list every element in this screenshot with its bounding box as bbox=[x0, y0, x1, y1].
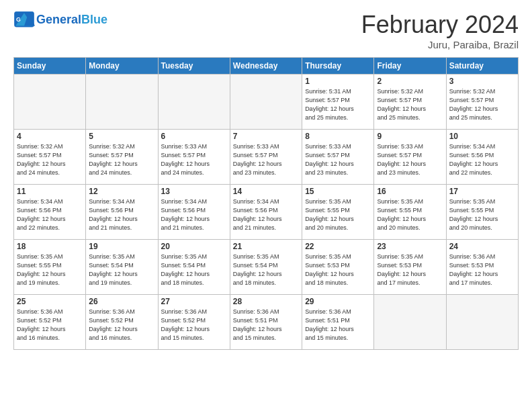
day-info: Sunrise: 5:34 AM Sunset: 5:56 PM Dayligh… bbox=[89, 197, 154, 232]
day-cell: 18Sunrise: 5:35 AM Sunset: 5:55 PM Dayli… bbox=[14, 240, 86, 295]
day-cell: 6Sunrise: 5:33 AM Sunset: 5:57 PM Daylig… bbox=[158, 130, 230, 185]
day-number: 16 bbox=[377, 187, 443, 196]
day-cell: 23Sunrise: 5:35 AM Sunset: 5:53 PM Dayli… bbox=[374, 240, 446, 295]
day-number: 19 bbox=[89, 242, 154, 251]
header: G GeneralBlue February 2024 Juru, Paraib… bbox=[13, 11, 519, 50]
day-info: Sunrise: 5:32 AM Sunset: 5:57 PM Dayligh… bbox=[89, 142, 154, 177]
day-cell: 10Sunrise: 5:34 AM Sunset: 5:56 PM Dayli… bbox=[446, 130, 518, 185]
day-info: Sunrise: 5:35 AM Sunset: 5:55 PM Dayligh… bbox=[377, 197, 443, 232]
day-number: 14 bbox=[233, 187, 299, 196]
day-number: 18 bbox=[17, 242, 83, 251]
day-info: Sunrise: 5:34 AM Sunset: 5:56 PM Dayligh… bbox=[449, 142, 515, 177]
svg-text:G: G bbox=[16, 16, 21, 23]
day-number: 3 bbox=[449, 77, 515, 86]
day-info: Sunrise: 5:36 AM Sunset: 5:52 PM Dayligh… bbox=[89, 308, 154, 342]
day-header-monday: Monday bbox=[86, 58, 158, 75]
day-cell bbox=[158, 75, 230, 130]
day-info: Sunrise: 5:32 AM Sunset: 5:57 PM Dayligh… bbox=[17, 142, 83, 177]
day-cell: 15Sunrise: 5:35 AM Sunset: 5:55 PM Dayli… bbox=[302, 185, 374, 240]
day-number: 4 bbox=[17, 132, 83, 141]
logo-general: General bbox=[36, 13, 81, 26]
title-block: February 2024 Juru, Paraiba, Brazil bbox=[361, 11, 519, 50]
day-info: Sunrise: 5:35 AM Sunset: 5:53 PM Dayligh… bbox=[305, 253, 371, 287]
month-title: February 2024 bbox=[361, 11, 519, 39]
day-info: Sunrise: 5:35 AM Sunset: 5:54 PM Dayligh… bbox=[161, 253, 227, 287]
day-info: Sunrise: 5:35 AM Sunset: 5:54 PM Dayligh… bbox=[89, 253, 154, 287]
day-cell: 17Sunrise: 5:35 AM Sunset: 5:55 PM Dayli… bbox=[446, 185, 518, 240]
day-cell bbox=[14, 75, 86, 130]
day-cell: 8Sunrise: 5:33 AM Sunset: 5:57 PM Daylig… bbox=[302, 130, 374, 185]
day-cell bbox=[230, 75, 302, 130]
day-number: 8 bbox=[305, 132, 371, 141]
day-number: 13 bbox=[161, 187, 227, 196]
day-cell: 12Sunrise: 5:34 AM Sunset: 5:56 PM Dayli… bbox=[86, 185, 158, 240]
day-info: Sunrise: 5:33 AM Sunset: 5:57 PM Dayligh… bbox=[233, 142, 299, 177]
day-number: 20 bbox=[161, 242, 227, 251]
day-cell: 25Sunrise: 5:36 AM Sunset: 5:52 PM Dayli… bbox=[14, 295, 86, 350]
day-cell: 20Sunrise: 5:35 AM Sunset: 5:54 PM Dayli… bbox=[158, 240, 230, 295]
logo: G GeneralBlue bbox=[13, 11, 107, 30]
day-cell: 26Sunrise: 5:36 AM Sunset: 5:52 PM Dayli… bbox=[86, 295, 158, 350]
day-info: Sunrise: 5:35 AM Sunset: 5:55 PM Dayligh… bbox=[17, 253, 83, 287]
day-cell: 24Sunrise: 5:36 AM Sunset: 5:53 PM Dayli… bbox=[446, 240, 518, 295]
day-info: Sunrise: 5:34 AM Sunset: 5:56 PM Dayligh… bbox=[233, 197, 299, 232]
day-info: Sunrise: 5:36 AM Sunset: 5:53 PM Dayligh… bbox=[449, 253, 515, 287]
day-number: 2 bbox=[377, 77, 443, 86]
week-row-5: 25Sunrise: 5:36 AM Sunset: 5:52 PM Dayli… bbox=[14, 295, 519, 350]
day-number: 23 bbox=[377, 242, 443, 251]
day-cell: 7Sunrise: 5:33 AM Sunset: 5:57 PM Daylig… bbox=[230, 130, 302, 185]
day-cell bbox=[374, 295, 446, 350]
day-info: Sunrise: 5:33 AM Sunset: 5:57 PM Dayligh… bbox=[377, 142, 443, 177]
day-number: 28 bbox=[233, 297, 299, 306]
day-cell: 11Sunrise: 5:34 AM Sunset: 5:56 PM Dayli… bbox=[14, 185, 86, 240]
day-cell: 21Sunrise: 5:35 AM Sunset: 5:54 PM Dayli… bbox=[230, 240, 302, 295]
day-cell: 1Sunrise: 5:31 AM Sunset: 5:57 PM Daylig… bbox=[302, 75, 374, 130]
day-cell: 3Sunrise: 5:32 AM Sunset: 5:57 PM Daylig… bbox=[446, 75, 518, 130]
day-cell: 14Sunrise: 5:34 AM Sunset: 5:56 PM Dayli… bbox=[230, 185, 302, 240]
day-number: 26 bbox=[89, 297, 154, 306]
day-info: Sunrise: 5:36 AM Sunset: 5:52 PM Dayligh… bbox=[17, 308, 83, 342]
day-info: Sunrise: 5:34 AM Sunset: 5:56 PM Dayligh… bbox=[17, 197, 83, 232]
day-number: 11 bbox=[17, 187, 83, 196]
day-number: 29 bbox=[305, 297, 371, 306]
logo-blue: Blue bbox=[81, 13, 107, 26]
day-number: 24 bbox=[449, 242, 515, 251]
day-number: 21 bbox=[233, 242, 299, 251]
day-info: Sunrise: 5:35 AM Sunset: 5:55 PM Dayligh… bbox=[449, 197, 515, 232]
calendar: SundayMondayTuesdayWednesdayThursdayFrid… bbox=[13, 57, 519, 350]
day-number: 22 bbox=[305, 242, 371, 251]
day-info: Sunrise: 5:36 AM Sunset: 5:51 PM Dayligh… bbox=[233, 308, 299, 342]
day-info: Sunrise: 5:32 AM Sunset: 5:57 PM Dayligh… bbox=[449, 87, 515, 122]
day-info: Sunrise: 5:33 AM Sunset: 5:57 PM Dayligh… bbox=[305, 142, 371, 177]
location: Juru, Paraiba, Brazil bbox=[361, 39, 519, 50]
day-cell: 2Sunrise: 5:32 AM Sunset: 5:57 PM Daylig… bbox=[374, 75, 446, 130]
week-row-1: 1Sunrise: 5:31 AM Sunset: 5:57 PM Daylig… bbox=[14, 75, 519, 130]
day-number: 5 bbox=[89, 132, 154, 141]
day-cell: 27Sunrise: 5:36 AM Sunset: 5:52 PM Dayli… bbox=[158, 295, 230, 350]
day-number: 25 bbox=[17, 297, 83, 306]
day-number: 9 bbox=[377, 132, 443, 141]
day-number: 6 bbox=[161, 132, 227, 141]
week-row-3: 11Sunrise: 5:34 AM Sunset: 5:56 PM Dayli… bbox=[14, 185, 519, 240]
day-header-tuesday: Tuesday bbox=[158, 58, 230, 75]
day-cell: 5Sunrise: 5:32 AM Sunset: 5:57 PM Daylig… bbox=[86, 130, 158, 185]
day-info: Sunrise: 5:33 AM Sunset: 5:57 PM Dayligh… bbox=[161, 142, 227, 177]
day-header-thursday: Thursday bbox=[302, 58, 374, 75]
day-cell bbox=[86, 75, 158, 130]
day-info: Sunrise: 5:35 AM Sunset: 5:55 PM Dayligh… bbox=[305, 197, 371, 232]
day-info: Sunrise: 5:32 AM Sunset: 5:57 PM Dayligh… bbox=[377, 87, 443, 122]
day-cell: 13Sunrise: 5:34 AM Sunset: 5:56 PM Dayli… bbox=[158, 185, 230, 240]
day-info: Sunrise: 5:31 AM Sunset: 5:57 PM Dayligh… bbox=[305, 87, 371, 122]
day-header-friday: Friday bbox=[374, 58, 446, 75]
day-info: Sunrise: 5:34 AM Sunset: 5:56 PM Dayligh… bbox=[161, 197, 227, 232]
day-info: Sunrise: 5:36 AM Sunset: 5:51 PM Dayligh… bbox=[305, 308, 371, 342]
day-header-wednesday: Wednesday bbox=[230, 58, 302, 75]
page: G GeneralBlue February 2024 Juru, Paraib… bbox=[0, 0, 532, 357]
day-cell bbox=[446, 295, 518, 350]
day-number: 17 bbox=[449, 187, 515, 196]
day-number: 27 bbox=[161, 297, 227, 306]
day-number: 7 bbox=[233, 132, 299, 141]
day-cell: 22Sunrise: 5:35 AM Sunset: 5:53 PM Dayli… bbox=[302, 240, 374, 295]
week-row-2: 4Sunrise: 5:32 AM Sunset: 5:57 PM Daylig… bbox=[14, 130, 519, 185]
day-cell: 28Sunrise: 5:36 AM Sunset: 5:51 PM Dayli… bbox=[230, 295, 302, 350]
